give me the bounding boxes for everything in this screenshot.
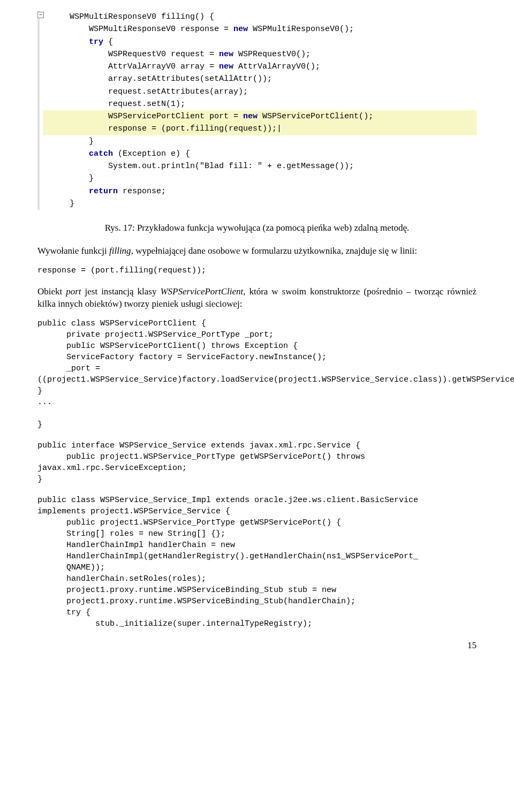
code-line: } — [43, 198, 477, 210]
code-line: array.setAttributes(setAllAttr()); — [43, 73, 477, 85]
p1-t1: Wywołanie funkcji — [37, 246, 109, 256]
code-line: try { — [43, 36, 477, 48]
figure-caption: Rys. 17: Przykładowa funkcja wywołująca … — [37, 223, 477, 233]
code-line: WSPMultiResponseV0 filling() { — [43, 11, 477, 23]
code-block-3: public class WSPService_Service_Impl ext… — [37, 495, 477, 629]
paragraph-1: Wywołanie funkcji filling, wypełniającej… — [37, 245, 477, 257]
code-line: } — [43, 172, 477, 185]
code-block-1: public class WSPServicePortClient { priv… — [37, 318, 477, 430]
code-line: catch (Exception e) { — [43, 148, 477, 160]
code-line: AttrValArrayV0 array = new AttrValArrayV… — [43, 60, 477, 73]
page-number: 15 — [37, 640, 477, 651]
fold-toggle-icon[interactable]: − — [37, 12, 44, 18]
code-line: response = (port.filling(request));| — [43, 123, 477, 135]
p1-t2: , wypełniającej dane osobowe w formularz… — [131, 246, 417, 256]
code-editor: − WSPMultiResponseV0 filling() { WSPMult… — [37, 11, 477, 210]
code-line: } — [43, 135, 477, 148]
caption-italic: web — [334, 223, 349, 233]
p2-t2: jest instancją klasy — [81, 286, 161, 297]
caption-text-prefix: Rys. 17: Przykładowa funkcja wywołująca … — [105, 223, 334, 233]
p2-t1: Obiekt — [37, 286, 66, 297]
code-inline-1: response = (port.filling(request)); — [37, 265, 477, 276]
p2-i1: port — [66, 286, 81, 297]
code-line: request.setAttributes(array); — [43, 86, 477, 98]
code-line: return response; — [43, 185, 477, 198]
paragraph-2: Obiekt port jest instancją klasy WSPServ… — [37, 286, 477, 310]
p1-i1: filling — [109, 246, 131, 256]
code-line: System.out.println("Blad fill: " + e.get… — [43, 160, 477, 172]
document-page: − WSPMultiResponseV0 filling() { WSPMult… — [0, 0, 514, 662]
code-line: WSPServicePortClient port = new WSPServi… — [43, 110, 477, 123]
code-block-2: public interface WSPService_Service exte… — [37, 440, 477, 485]
p2-i2: WSPServicePortClient — [160, 286, 243, 297]
code-line: WSPMultiResponseV0 response = new WSPMul… — [43, 23, 477, 35]
code-line: WSPRequestV0 request = new WSPRequestV0(… — [43, 48, 477, 60]
code-line: request.setN(1); — [43, 98, 477, 110]
caption-text-suffix: ) zdalną metodę. — [349, 223, 410, 233]
